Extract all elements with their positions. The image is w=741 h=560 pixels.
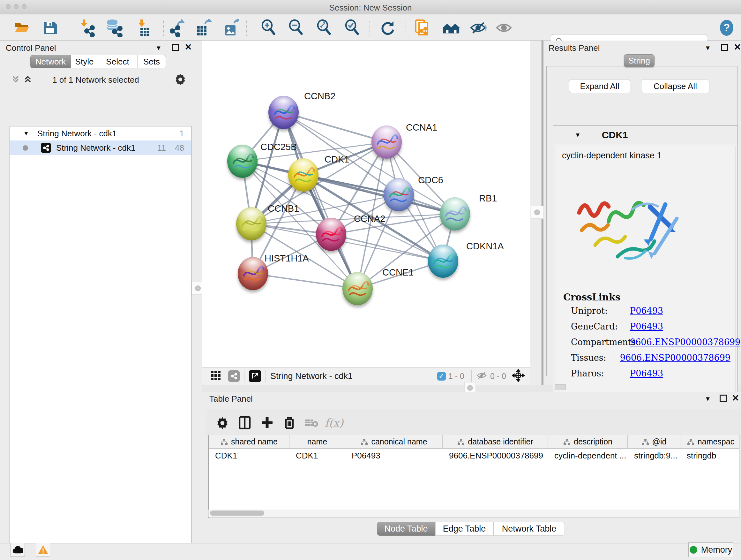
- table-panel-float-icon[interactable]: [720, 395, 727, 401]
- table-cell[interactable]: stringdb:9...: [628, 449, 680, 462]
- tab-sets[interactable]: Sets: [137, 55, 166, 68]
- memory-button[interactable]: Memory: [688, 543, 733, 557]
- tab-style[interactable]: Style: [71, 55, 98, 68]
- tab-select[interactable]: Select: [98, 55, 137, 68]
- first-neighbors-button[interactable]: [442, 19, 461, 37]
- column-header--id[interactable]: @id: [628, 435, 680, 449]
- crosslink-link[interactable]: P06493: [630, 306, 663, 316]
- apply-layout-button[interactable]: [379, 19, 397, 37]
- column-header-description[interactable]: description: [548, 435, 628, 449]
- protein-name: CDK1: [602, 130, 628, 140]
- column-header-canonical-name[interactable]: canonical name: [345, 435, 443, 449]
- node-CCNE1[interactable]: [342, 272, 373, 305]
- table-cell[interactable]: stringdb: [680, 449, 739, 462]
- control-panel-close-icon[interactable]: ✕: [185, 42, 192, 52]
- protein-card-header[interactable]: ▼ CDK1: [553, 126, 738, 144]
- node-CCNB2[interactable]: [268, 96, 299, 129]
- node-CDKN1A[interactable]: [428, 245, 458, 278]
- column-header-shared-name[interactable]: shared name: [209, 435, 289, 449]
- export-table-button[interactable]: [194, 19, 212, 37]
- zoom-in-button[interactable]: [259, 19, 278, 37]
- table-cell[interactable]: 9606.ENSP00000378699: [443, 449, 548, 462]
- tab-string[interactable]: String: [624, 54, 655, 67]
- network-collection-row[interactable]: ▼ String Network - cdk1 1: [10, 126, 191, 140]
- collection-expand-icon[interactable]: ▼: [23, 130, 29, 137]
- control-panel-collapse-icon[interactable]: ▼: [155, 44, 162, 52]
- zoom-selected-icon: [343, 19, 361, 37]
- node-RB1[interactable]: [440, 197, 470, 231]
- export-network-button[interactable]: [168, 19, 186, 37]
- edge-CCNB2-CCNA1[interactable]: [283, 112, 387, 142]
- network-view-share-icon[interactable]: [228, 370, 240, 382]
- delete-column-trash-icon[interactable]: [278, 413, 300, 432]
- crosslink-link[interactable]: 9606.ENSP00000378699: [620, 353, 731, 363]
- node-HIST1H1A[interactable]: [238, 257, 268, 290]
- table-horizontal-scrollbar[interactable]: [208, 509, 739, 517]
- node-CCNA1[interactable]: [372, 125, 402, 159]
- pan-crosshair-icon[interactable]: [512, 369, 525, 383]
- cloud-status-button[interactable]: [10, 543, 25, 557]
- column-header-name[interactable]: name: [289, 435, 345, 449]
- tab-network[interactable]: Network: [30, 55, 71, 68]
- import-table-button[interactable]: [134, 19, 152, 37]
- function-builder-icon[interactable]: f(x): [323, 413, 345, 432]
- network-row-selected[interactable]: String Network - cdk1 11 48: [10, 140, 191, 155]
- table-cell[interactable]: cyclin-dependent ...: [548, 449, 628, 462]
- horizontal-scrollbar-stub[interactable]: [555, 384, 566, 390]
- show-columns-icon[interactable]: [233, 413, 256, 432]
- expand-all-button[interactable]: Expand All: [569, 79, 630, 93]
- table-cell[interactable]: CDK1: [209, 449, 289, 462]
- results-panel-float-icon[interactable]: [721, 44, 728, 51]
- crosslink-link[interactable]: P06493: [630, 368, 663, 378]
- export-image-button[interactable]: [222, 19, 241, 37]
- create-column-plus-icon[interactable]: [256, 413, 278, 432]
- tab-edge-table[interactable]: Edge Table: [435, 522, 493, 536]
- table-panel-collapse-icon[interactable]: ▼: [704, 395, 711, 402]
- expand-all-networks-icon[interactable]: [23, 74, 32, 85]
- hide-selected-button[interactable]: [469, 19, 488, 37]
- network-canvas[interactable]: CCNB2CCNA1CDC25BCDK1CDC6RB1CCNB1CCNA2CDK…: [202, 41, 530, 367]
- zoom-fit-button[interactable]: [315, 19, 333, 37]
- node-CDK1[interactable]: [288, 159, 319, 192]
- zoom-selected-button[interactable]: [343, 19, 361, 37]
- clone-network-button[interactable]: [413, 19, 431, 37]
- results-panel-close-icon[interactable]: ✕: [734, 42, 741, 52]
- results-panel-collapse-icon[interactable]: ▼: [704, 44, 711, 52]
- table-cell[interactable]: P06493: [345, 449, 443, 462]
- delete-table-icon[interactable]: [300, 413, 323, 432]
- import-network-button[interactable]: [77, 19, 96, 37]
- network-name: String Network - cdk1: [56, 143, 136, 153]
- help-button[interactable]: ?: [718, 19, 736, 37]
- table-cell[interactable]: CDK1: [289, 449, 345, 462]
- right-splitter-grip[interactable]: [531, 206, 543, 219]
- birds-eye-view-icon[interactable]: [210, 370, 221, 382]
- scrollbar-thumb[interactable]: [210, 510, 264, 516]
- tab-network-table[interactable]: Network Table: [493, 522, 565, 536]
- edge-HIST1H1A-CCNE1[interactable]: [253, 273, 357, 289]
- tab-node-table[interactable]: Node Table: [377, 522, 435, 536]
- import-network-from-database-button[interactable]: [105, 19, 123, 37]
- show-all-button[interactable]: [495, 19, 514, 37]
- table-settings-gear-icon[interactable]: [211, 413, 233, 432]
- node-CDC25B[interactable]: [227, 145, 258, 178]
- detach-view-icon[interactable]: [249, 370, 261, 382]
- crosslink-link[interactable]: P06493: [630, 321, 663, 331]
- zoom-out-button[interactable]: [286, 19, 305, 37]
- collapse-all-button[interactable]: Collapse All: [641, 79, 710, 93]
- selected-items-checkbox[interactable]: ✓: [437, 372, 446, 381]
- save-session-button[interactable]: [41, 19, 59, 37]
- table-panel-close-icon[interactable]: ✕: [732, 393, 739, 403]
- edge-CCNA2-CDKN1A[interactable]: [331, 234, 443, 261]
- open-session-button[interactable]: [12, 19, 31, 37]
- collapse-all-networks-icon[interactable]: [11, 74, 20, 85]
- column-header-namespac[interactable]: namespac: [680, 435, 739, 449]
- network-options-gear-icon[interactable]: [174, 72, 187, 86]
- column-header-database-identifier[interactable]: database identifier: [443, 435, 548, 449]
- node-CCNB1[interactable]: [236, 207, 266, 240]
- control-panel-float-icon[interactable]: [172, 44, 179, 51]
- node-CCNA2[interactable]: [316, 218, 346, 251]
- crosslink-link[interactable]: 9606.ENSP00000378699: [630, 337, 740, 347]
- protein-collapse-icon[interactable]: ▼: [575, 132, 581, 138]
- node-CDC6[interactable]: [384, 178, 414, 211]
- warnings-button[interactable]: [36, 543, 50, 557]
